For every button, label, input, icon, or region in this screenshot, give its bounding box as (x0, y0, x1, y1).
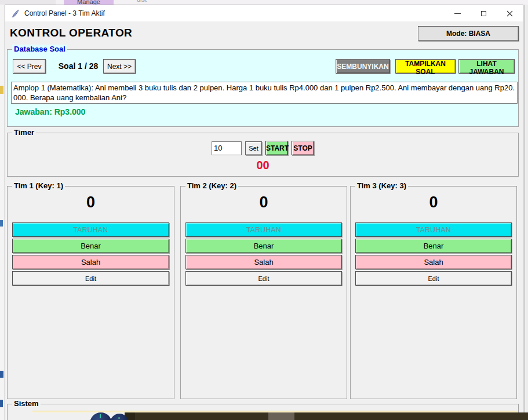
page-title: KONTROL OPERATOR (10, 27, 132, 39)
team2-benar-button[interactable]: Benar (185, 239, 342, 253)
team2-score: 0 (181, 193, 347, 211)
team2-taruhan-button[interactable]: TARUHAN (185, 222, 342, 237)
icon-fragment (0, 220, 3, 227)
team3-label: Tim 3 (Key: 3) (355, 181, 408, 190)
taskbar-highlight (268, 412, 294, 420)
question-text: Amplop 1 (Matematika): Ani membeli 3 buk… (11, 82, 518, 104)
team1-score: 0 (8, 193, 174, 211)
timer-label: Timer (12, 128, 36, 137)
manage-tab-label: Manage (77, 0, 100, 5)
lihat-jawaban-button[interactable]: LIHAT JAWABAN (458, 59, 515, 74)
minimize-icon (454, 13, 461, 14)
team2-label: Tim 2 (Key: 2) (185, 181, 238, 190)
desktop: Manage dist Control Panel - 3 Tim Aktif (0, 0, 528, 420)
team1-edit-button[interactable]: Edit (12, 271, 169, 286)
prev-button[interactable]: << Prev (13, 59, 46, 74)
icon-fragment (0, 371, 3, 378)
sistem-label: Sistem (12, 399, 41, 408)
window-controls (445, 5, 523, 21)
team1-label: Tim 1 (Key: 1) (12, 181, 65, 190)
team3-salah-button[interactable]: Salah (355, 255, 512, 269)
maximize-icon (481, 11, 486, 16)
close-button[interactable] (497, 5, 523, 21)
timer-frame: Timer Set START STOP 00 (7, 133, 519, 177)
scrollbar-line (525, 5, 525, 412)
start-button[interactable]: START (265, 141, 288, 155)
titlebar[interactable]: Control Panel - 3 Tim Aktif (5, 5, 523, 21)
icon-fragment (0, 400, 3, 407)
background-window-right (523, 5, 528, 420)
database-soal-frame: Database Soal << Prev Soal 1 / 28 Next >… (7, 49, 519, 127)
taskbar[interactable] (125, 412, 528, 420)
folder-icon-fragment (0, 86, 3, 94)
sembunyikan-button[interactable]: SEMBUNYIKAN (336, 59, 390, 74)
team1-benar-button[interactable]: Benar (12, 239, 169, 253)
mode-button[interactable]: Mode: BIASA (418, 26, 519, 41)
team2-edit-button[interactable]: Edit (185, 271, 342, 286)
minimize-button[interactable] (445, 5, 471, 21)
timer-controls: Set START STOP (8, 141, 518, 155)
team3-benar-button[interactable]: Benar (355, 239, 512, 253)
stop-button[interactable]: STOP (292, 141, 314, 155)
set-button[interactable]: Set (245, 141, 262, 155)
answer-text: Jawaban: Rp3.000 (15, 107, 85, 116)
background-window-edge (0, 0, 56, 5)
explorer-manage-tab[interactable]: Manage (64, 0, 114, 5)
close-icon (507, 10, 513, 17)
maximize-button[interactable] (471, 5, 497, 21)
team2-salah-button[interactable]: Salah (185, 255, 342, 269)
app-window: Control Panel - 3 Tim Aktif KONTROL OPER… (5, 5, 523, 420)
window-title: Control Panel - 3 Tim Aktif (24, 9, 105, 17)
team3-score: 0 (351, 193, 516, 211)
team3-edit-button[interactable]: Edit (355, 271, 512, 286)
icon-detail (100, 414, 101, 418)
icon-detail (118, 417, 120, 419)
team3-taruhan-button[interactable]: TARUHAN (355, 222, 512, 237)
background-window-left (0, 5, 5, 420)
timer-input[interactable] (212, 141, 242, 155)
explorer-dist-tab[interactable]: dist (137, 0, 147, 3)
team3-frame: Tim 3 (Key: 3) 0 TARUHAN Benar Salah Edi… (350, 186, 517, 399)
next-button[interactable]: Next >> (103, 59, 136, 74)
team1-frame: Tim 1 (Key: 1) 0 TARUHAN Benar Salah Edi… (7, 186, 174, 399)
background-window-top: Manage dist (0, 0, 528, 5)
tk-feather-icon (12, 9, 20, 18)
database-soal-label: Database Soal (12, 45, 67, 53)
team1-salah-button[interactable]: Salah (12, 255, 169, 269)
soal-counter: Soal 1 / 28 (49, 59, 107, 74)
team2-frame: Tim 2 (Key: 2) 0 TARUHAN Benar Salah Edi… (180, 186, 347, 399)
tampilkan-soal-button[interactable]: TAMPILKAN SOAL (395, 59, 456, 74)
team1-taruhan-button[interactable]: TARUHAN (12, 222, 169, 237)
timer-display: 00 (8, 159, 518, 172)
